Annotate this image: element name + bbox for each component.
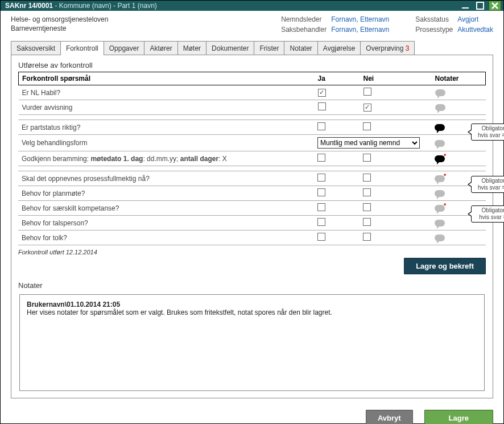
tab-forkontroll[interactable]: Forkontroll: [60, 41, 104, 55]
titlebar: SAKnr 14/0001 - Kommune (navn) - Part 1 …: [1, 1, 503, 11]
checkbox-nei[interactable]: [363, 174, 371, 182]
tab-bar: Saksoversikt Forkontroll Oppgaver Aktøre…: [11, 40, 493, 55]
saksbehandler-value[interactable]: Fornavn, Etternavn: [331, 26, 389, 34]
row-planmote: Behov for planmøte?: [18, 186, 486, 201]
checkbox-ja[interactable]: [317, 174, 325, 182]
checkbox-ja[interactable]: [318, 89, 326, 97]
dialog-buttons: Avbryt Lagre: [1, 405, 503, 424]
required-icon: *: [444, 202, 446, 209]
prosesstype-value: Akuttvedtak: [457, 26, 493, 34]
tab-frister[interactable]: Frister: [254, 41, 284, 55]
checkbox-nei[interactable]: [363, 104, 371, 112]
col-nei: Nei: [360, 72, 428, 85]
note-header: Brukernavn\01.10.2014 21:05: [27, 300, 477, 308]
col-question: Forkontroll spørsmål: [19, 72, 315, 85]
saksstatus-value: Avgjort: [457, 15, 493, 24]
row-behandlingsform: Velg behandlingsform Muntlig med vanlig …: [18, 135, 486, 151]
checkbox-nei[interactable]: [363, 88, 371, 96]
row-talsperson: Behov for talsperson?: [18, 216, 486, 230]
svg-rect-0: [462, 7, 469, 9]
close-button[interactable]: [489, 1, 501, 11]
svg-rect-1: [477, 2, 484, 9]
tab-aktorer[interactable]: Aktører: [144, 41, 177, 55]
col-ja: Ja: [315, 72, 360, 85]
tab-dokumenter[interactable]: Dokumenter: [206, 41, 254, 55]
callout-obligatorisk-nei: Obligatoriskhvis svar = Nei: [471, 176, 504, 193]
note-icon[interactable]: [435, 234, 445, 241]
forkontroll-date: Forkontroll utført 12.12.2014: [18, 249, 486, 256]
notes-title: Notater: [18, 281, 486, 290]
cancel-button[interactable]: Avbryt: [366, 410, 413, 424]
row-kompetanse: Behov for særskilt kompetanse? * Obligat…: [18, 201, 486, 216]
checkbox-ja[interactable]: [317, 188, 325, 196]
law-name: Helse- og omsorgstjenesteloven: [11, 15, 281, 23]
save-button[interactable]: Lagre: [424, 410, 493, 424]
minimize-button[interactable]: [459, 1, 472, 11]
tab-notater[interactable]: Notater: [284, 41, 317, 55]
notes-box[interactable]: Brukernavn\01.10.2014 21:05 Her vises no…: [19, 294, 485, 391]
checkbox-ja[interactable]: [317, 122, 325, 130]
tab-avgjorelse[interactable]: Avgjørelse: [317, 41, 361, 55]
checkbox-ja[interactable]: [317, 218, 325, 226]
note-body: Her vises notater for spørsmålet som er …: [27, 308, 477, 316]
note-icon[interactable]: [435, 104, 445, 111]
row-prosessfullmektig: Skal det oppnevnes prosessfullmektig nå?…: [18, 171, 486, 186]
service-name: Barneverntjeneste: [11, 24, 281, 32]
required-icon: *: [444, 172, 446, 179]
row-tolk: Behov for tolk?: [18, 230, 486, 245]
checkbox-nei[interactable]: [363, 154, 371, 162]
checkbox-nei[interactable]: [363, 122, 371, 130]
checkbox-ja[interactable]: [317, 154, 325, 162]
tab-saksoversikt[interactable]: Saksoversikt: [11, 41, 61, 55]
required-icon: *: [444, 153, 446, 159]
main-window: SAKnr 14/0001 - Kommune (navn) - Part 1 …: [0, 0, 504, 424]
checkbox-nei[interactable]: [363, 233, 371, 241]
col-notater: Notater: [428, 72, 486, 85]
forkontroll-panel: Utførelse av forkontroll Forkontroll spø…: [11, 55, 493, 398]
note-icon[interactable]: [435, 89, 445, 96]
nemndsleder-label: Nemndsleder: [281, 15, 327, 24]
callout-obligatorisk-ja: Obligatoriskhvis svar = Ja: [471, 205, 504, 223]
row-nl-habil: Er NL Habil?: [19, 85, 486, 100]
checkbox-ja[interactable]: [318, 102, 326, 110]
checkbox-nei[interactable]: [363, 188, 371, 196]
overproving-count: 3: [406, 44, 410, 52]
tab-oppgaver[interactable]: Oppgaver: [104, 41, 145, 55]
kommune-name: Kommune (navn): [59, 2, 111, 10]
section-title: Utførelse av forkontroll: [18, 61, 486, 69]
saksstatus-label: Saksstatus: [415, 15, 453, 24]
questions-table-2: Er partstatus riktig? Obligatoriskhvis s…: [18, 120, 486, 166]
tab-moter[interactable]: Møter: [177, 41, 206, 55]
questions-table-1: Forkontroll spørsmål Ja Nei Notater Er N…: [18, 72, 486, 115]
note-icon[interactable]: [435, 190, 445, 197]
tab-overproving[interactable]: Overprøving 3: [360, 41, 415, 55]
checkbox-ja[interactable]: [317, 203, 325, 211]
saksbehandler-label: Saksbehandler: [281, 26, 327, 34]
questions-table-3: Skal det oppnevnes prosessfullmektig nå?…: [18, 171, 486, 245]
case-number: SAKnr 14/0001: [5, 2, 53, 10]
maximize-button[interactable]: [474, 1, 486, 11]
window-title: SAKnr 14/0001 - Kommune (navn) - Part 1 …: [5, 2, 457, 10]
part-name: Part 1 (navn): [117, 2, 156, 10]
prosesstype-label: Prosesstype: [415, 26, 453, 34]
row-partstatus: Er partstatus riktig? Obligatoriskhvis s…: [18, 120, 486, 135]
callout-obligatorisk-nei: Obligatoriskhvis svar = Nei: [471, 124, 504, 141]
nemndsleder-value[interactable]: Fornavn, Etternavn: [331, 15, 389, 24]
case-meta: Helse- og omsorgstjenesteloven Barnevern…: [1, 11, 503, 37]
checkbox-nei[interactable]: [363, 218, 371, 226]
note-icon[interactable]: [435, 140, 445, 147]
behandlingsform-select[interactable]: Muntlig med vanlig nemnd: [317, 137, 420, 149]
row-godkjenn-beramming: Godkjenn beramming: møtedato 1. dag: dd.…: [18, 151, 486, 166]
row-vurder-avvisning: Vurder avvisning: [19, 100, 486, 115]
note-icon[interactable]: [435, 124, 445, 131]
save-confirm-button[interactable]: Lagre og bekreft: [404, 258, 486, 274]
checkbox-nei[interactable]: [363, 203, 371, 211]
checkbox-ja[interactable]: [317, 233, 325, 241]
note-icon[interactable]: [435, 220, 445, 227]
